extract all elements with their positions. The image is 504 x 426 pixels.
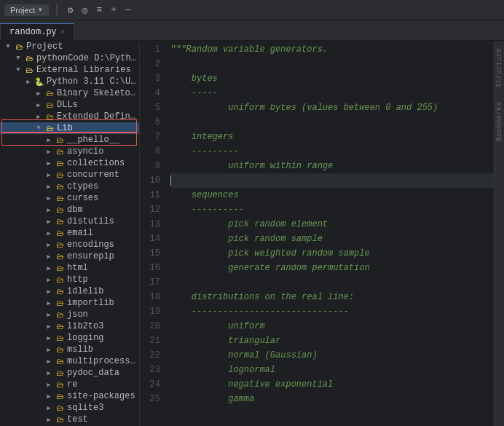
sidebar-item-project-root[interactable]: ▼🗁Project (0, 41, 139, 52)
sidebar-item-dlls[interactable]: ▶🗁DLLs (0, 99, 139, 111)
sidebar-item-phello[interactable]: ▶🗁__phello__ (0, 134, 139, 146)
folder-icon-dlls: 🗁 (44, 100, 55, 110)
structure-label[interactable]: Structure (495, 48, 503, 87)
tree-arrow-pydoc_data: ▶ (44, 369, 54, 377)
tree-arrow-external-libraries: ▼ (13, 66, 23, 74)
sidebar-item-extended-definitions[interactable]: ▶🗁Extended Definitions (0, 111, 139, 122)
add-icon[interactable]: + (108, 3, 119, 17)
tree-arrow-curses: ▶ (44, 194, 54, 202)
sidebar-item-ensurepip[interactable]: ▶🗁ensurepip (0, 251, 139, 262)
tree-label-ensurepip: ensurepip (67, 251, 114, 261)
code-line-25: gamma (170, 392, 494, 406)
sidebar-item-pythoncode[interactable]: ▼🗁pythonCode D:\PythonCode\ (0, 52, 139, 64)
line-number-11: 11 (140, 188, 160, 202)
tree-label-pydoc_data: pydoc_data (67, 368, 119, 378)
line-number-24: 24 (140, 377, 160, 392)
folder-icon-html: 🗁 (54, 264, 66, 273)
sidebar-item-sqlite3[interactable]: ▶🗁sqlite3 (0, 402, 139, 414)
sidebar-item-logging[interactable]: ▶🗁logging (0, 332, 139, 344)
code-line-22: normal (Gaussian) (170, 348, 494, 363)
sidebar-item-ctypes[interactable]: ▶🗁ctypes (0, 181, 139, 192)
tree-arrow-pythoncode: ▼ (13, 55, 23, 62)
sidebar-item-concurrent[interactable]: ▶🗁concurrent (0, 169, 139, 181)
line-numbers: 1234567891011121314151617181920212223242… (140, 41, 166, 426)
tree-label-phello: __phello__ (67, 135, 119, 145)
folder-icon-importlib: 🗁 (54, 299, 66, 308)
tree-arrow-python311: ▶ (23, 78, 34, 86)
tree-label-project-root: Project (26, 42, 63, 52)
line-number-4: 4 (140, 86, 160, 100)
tree-label-logging: logging (67, 333, 103, 343)
tree-arrow-mslib: ▶ (44, 346, 54, 354)
sidebar-item-external-libraries[interactable]: ▼🗁External Libraries (0, 64, 139, 76)
folder-icon-binary-skeletons: 🗁 (44, 89, 55, 98)
sidebar-item-encodings[interactable]: ▶🗁encodings (0, 239, 139, 251)
sidebar-item-pydoc_data[interactable]: ▶🗁pydoc_data (0, 367, 139, 379)
folder-icon-distutils: 🗁 (54, 217, 66, 226)
tree-label-ctypes: ctypes (67, 181, 98, 192)
code-line-8: --------- (170, 144, 494, 159)
tree-arrow-dlls: ▶ (34, 101, 44, 109)
minus-icon[interactable]: — (122, 3, 134, 17)
sidebar-item-site-packages[interactable]: ▶🗁site-packages (0, 390, 139, 402)
tab-close-button[interactable]: × (60, 28, 65, 36)
editor[interactable]: 1234567891011121314151617181920212223242… (140, 41, 494, 426)
tree-label-concurrent: concurrent (67, 170, 119, 180)
sidebar-item-multiprocessing[interactable]: ▶🗁multiprocessing (0, 355, 139, 367)
sidebar-item-lib2to3[interactable]: ▶🗁lib2to3 (0, 320, 139, 332)
sidebar-item-re[interactable]: ▶🗁re (0, 379, 139, 390)
code-line-17 (170, 275, 494, 290)
code-line-9: uniform within range (170, 159, 494, 173)
code-line-19: ------------------------------ (170, 304, 494, 319)
menu-icon[interactable]: ≡ (93, 3, 105, 17)
sidebar-item-idlelib[interactable]: ▶🗁idlelib (0, 285, 139, 297)
folder-icon-multiprocessing: 🗁 (54, 357, 66, 366)
tree-arrow-test: ▶ (44, 416, 54, 424)
line-number-14: 14 (140, 232, 160, 246)
line-number-2: 2 (140, 57, 160, 71)
sidebar-item-test[interactable]: ▶🗁test (0, 414, 139, 425)
sidebar-item-email[interactable]: ▶🗁email (0, 227, 139, 239)
tree-label-json: json (67, 309, 88, 320)
bookmarks-label[interactable]: Bookmarks (495, 102, 503, 141)
line-number-19: 19 (140, 304, 160, 319)
toolbar: Project ▼ | ⚙ ◎ ≡ + — (0, 0, 504, 20)
tree-label-lib: Lib (57, 123, 73, 133)
tree-label-site-packages: site-packages (67, 391, 135, 401)
sidebar-item-dbm[interactable]: ▶🗁dbm (0, 204, 139, 216)
line-number-20: 20 (140, 319, 160, 334)
sidebar-item-asyncio[interactable]: ▶🗁asyncio (0, 146, 139, 157)
tab-random-py[interactable]: random.py × (0, 23, 74, 40)
sidebar-item-collections[interactable]: ▶🗁collections (0, 157, 139, 169)
line-number-6: 6 (140, 115, 160, 130)
circle-icon[interactable]: ◎ (79, 3, 91, 17)
tree-label-test: test (67, 414, 88, 425)
tree-arrow-project-root: ▼ (3, 43, 13, 50)
project-button[interactable]: Project ▼ (4, 4, 49, 16)
sidebar-item-mslib[interactable]: ▶🗁mslib (0, 344, 139, 355)
code-line-3: bytes (170, 71, 494, 86)
sidebar-item-lib[interactable]: ▼🗁Lib (0, 122, 139, 134)
sidebar-item-binary-skeletons[interactable]: ▶🗁Binary Skeletons (0, 87, 139, 99)
line-number-12: 12 (140, 202, 160, 217)
folder-icon-site-packages: 🗁 (54, 392, 66, 401)
sidebar-item-importlib[interactable]: ▶🗁importlib (0, 297, 139, 309)
tree-arrow-dbm: ▶ (44, 206, 54, 214)
sidebar-item-json[interactable]: ▶🗁json (0, 309, 139, 320)
sidebar-item-html[interactable]: ▶🗁html (0, 262, 139, 274)
folder-icon-mslib: 🗁 (54, 345, 66, 355)
tree-label-external-libraries: External Libraries (36, 65, 131, 75)
code-line-14: pick random sample (170, 232, 494, 246)
folder-icon-phello: 🗁 (54, 135, 66, 145)
settings-icon[interactable]: ⚙ (65, 3, 76, 17)
sidebar-item-http[interactable]: ▶🗁http (0, 274, 139, 285)
sidebar-item-curses[interactable]: ▶🗁curses (0, 192, 139, 204)
folder-icon-email: 🗁 (54, 229, 66, 238)
folder-icon-http: 🗁 (54, 275, 66, 285)
sidebar-item-distutils[interactable]: ▶🗁distutils (0, 216, 139, 227)
tree-label-distutils: distutils (67, 216, 114, 226)
main-area: ▼🗁Project▼🗁pythonCode D:\PythonCode\▼🗁Ex… (0, 41, 504, 426)
sidebar-item-python311[interactable]: ▶🐍Python 3.11 C:\Users\ella (0, 76, 139, 87)
line-number-23: 23 (140, 363, 160, 377)
tree-label-importlib: importlib (67, 298, 114, 308)
